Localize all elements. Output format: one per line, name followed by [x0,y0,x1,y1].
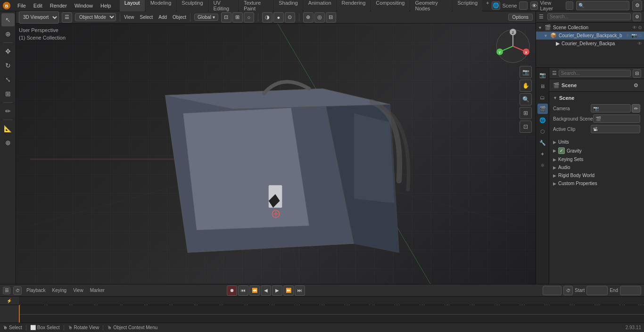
menu-window[interactable]: Window [71,2,97,9]
render-preview[interactable]: ◑ [262,12,272,23]
props-settings-btn[interactable]: ⚙ [632,81,640,89]
nav-gizmo[interactable]: Z X Y [494,27,532,65]
viewport-shading[interactable]: ● [273,12,284,23]
gravity-checkbox[interactable]: ✓ [558,147,565,154]
view-menu-tl[interactable]: View [71,287,85,293]
custom-props-row[interactable]: ▶ Custom Properties [549,179,644,187]
tab-sculpting[interactable]: Sculpting [177,0,207,12]
pan-view-btn[interactable]: ✋ [520,80,532,92]
scale-tool[interactable]: ⤡ [1,73,15,86]
timeline-track[interactable] [0,305,644,323]
tab-compositing[interactable]: Compositing [371,0,409,12]
step-back-btn[interactable]: ⏪ [249,285,260,296]
add-menu[interactable]: Add [158,15,167,20]
snap-toggle[interactable]: ⊞ [232,12,243,23]
measure-tool[interactable]: 📐 [1,122,15,135]
camera-value[interactable]: 📷 [591,104,631,113]
active-clip-value[interactable]: 📽 [591,125,640,133]
scene-collection-root[interactable]: ▼ 🎬 Scene Collection 👁 ⚙ [536,24,644,32]
marker-menu[interactable]: Marker [88,287,107,293]
shading-extra[interactable]: ⊙ [285,12,295,23]
view-all-btn[interactable]: ⊞ [520,107,532,119]
camera-icon-1[interactable]: 📷 [631,33,637,38]
annotate-tool[interactable]: ✏ [1,105,15,118]
object-mode-select[interactable]: Object Mode [75,13,116,21]
view-layer-icon[interactable]: 👁 [530,1,538,10]
timeline-editor-icon[interactable]: ☰ [3,287,10,294]
menu-edit[interactable]: Edit [30,2,46,9]
rigid-body-world-row[interactable]: ▶ Rigid Body World [549,171,644,179]
timeline-mode-btn[interactable]: ⏱ [13,286,22,295]
props-scene-btn[interactable]: 🎬 [537,104,548,114]
props-particles-btn[interactable]: ✦ [537,149,548,159]
rotate-tool[interactable]: ↻ [1,59,15,72]
tab-scripting[interactable]: Scripting [453,0,482,12]
props-modifier-btn[interactable]: 🔧 [537,138,548,148]
props-physics-btn[interactable]: ⚛ [537,160,548,170]
view-layer-controls[interactable] [566,1,574,10]
proportional-edit[interactable]: ○ [244,12,254,23]
start-frame-input[interactable]: 1 [586,286,608,295]
props-scene-section-header[interactable]: 🎬 Scene ⚙ [549,79,644,92]
outliner-search[interactable] [547,13,631,20]
units-row[interactable]: ▶ Units [549,138,644,146]
props-search[interactable] [559,70,631,77]
keying-menu[interactable]: Keying [50,287,69,293]
props-world-btn[interactable]: 🌐 [537,115,548,125]
viewport-mode-icon[interactable]: ☰ [62,12,72,23]
backpack-mesh-item[interactable]: ▶ Courier_Delivery_Backpa 👁 [536,40,644,48]
tab-geometry-nodes[interactable]: Geometry Nodes [410,0,452,12]
render-icon-1[interactable]: ⚙ [638,33,642,38]
xray-toggle[interactable]: ⊟ [326,12,336,23]
outliner-filter[interactable]: ⚙ [633,13,641,21]
scene-subsection-header[interactable]: ▼ Scene [549,94,644,102]
transform-tool[interactable]: ⊞ [1,87,15,100]
cursor-tool[interactable]: ⊕ [1,27,15,40]
menu-file[interactable]: File [14,2,30,9]
select-menu[interactable]: Select [140,15,153,20]
editor-type-select[interactable]: 3D Viewport [19,11,59,24]
overlay-toggle[interactable]: ◎ [314,12,325,23]
zoom-btn[interactable]: 🔍 [520,93,532,105]
menu-help[interactable]: Help [97,2,115,9]
options-button[interactable]: Options [508,14,533,21]
fps-indicator[interactable]: ⏱ [563,286,573,295]
camera-view-btn[interactable]: 📷 [520,66,532,78]
filter-button[interactable]: ⚙ [632,0,642,11]
transform-select[interactable]: Global▾ [194,14,218,21]
props-render-btn[interactable]: 📷 [537,70,548,80]
tab-modeling[interactable]: Modeling [146,0,176,12]
playback-menu[interactable]: Playback [25,287,48,293]
menu-render[interactable]: Render [46,2,71,9]
add-tool[interactable]: ⊕ [1,136,15,149]
select-tool[interactable]: ↖ [1,13,15,26]
tab-texture-paint[interactable]: Texture Paint [239,0,273,12]
tab-shading[interactable]: Shading [274,0,302,12]
background-scene-value[interactable]: 🎬 [593,114,640,123]
visibility-icon-1[interactable]: 👁 [626,33,630,38]
transform-pivot[interactable]: ⊡ [221,12,231,23]
play-reverse-btn[interactable]: ◀ [261,285,271,296]
record-btn[interactable]: ⏺ [227,285,237,296]
play-btn[interactable]: ▶ [272,285,282,296]
viewport-canvas[interactable]: User Perspective (1) Scene Collection Z … [16,24,536,284]
props-output-btn[interactable]: 🖥 [537,81,548,91]
camera-edit-btn[interactable]: ✏ [632,104,640,113]
audio-row[interactable]: ▶ Audio [549,163,644,171]
end-frame-input[interactable]: 250 [620,286,641,295]
tab-rendering[interactable]: Rendering [337,0,371,12]
tab-layout[interactable]: Layout [120,0,145,12]
restrict-icon[interactable]: ⚙ [638,25,642,30]
active-object-icon[interactable]: 🌐 [492,1,500,10]
tab-animation[interactable]: Animation [304,0,336,12]
props-viewlayer-btn[interactable]: 🗂 [537,92,548,103]
view-menu[interactable]: View [124,15,134,20]
gizmo-toggle[interactable]: ⊕ [303,12,314,23]
visibility-icon[interactable]: 👁 [632,25,637,30]
props-object-btn[interactable]: ⬡ [537,126,548,137]
object-menu[interactable]: Object [173,15,186,20]
props-menu-btn[interactable]: ⊟ [633,69,641,78]
tab-uv-editing[interactable]: UV Editing [209,0,238,12]
tab-add[interactable]: + [483,0,492,12]
keying-sets-row[interactable]: ▶ Keying Sets [549,155,644,163]
